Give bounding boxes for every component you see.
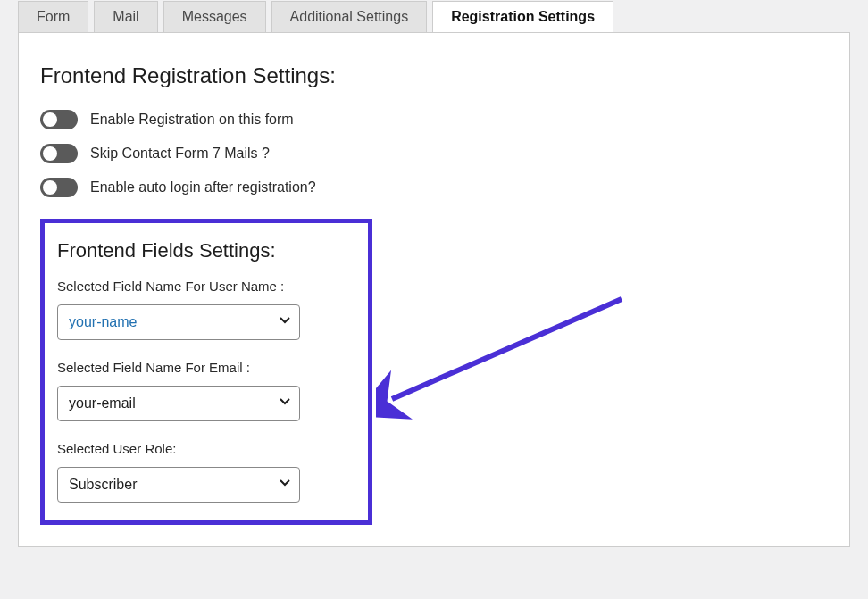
- email-select[interactable]: your-email: [57, 386, 300, 421]
- frontend-fields-title: Frontend Fields Settings:: [57, 239, 355, 262]
- tab-form[interactable]: Form: [18, 1, 88, 33]
- frontend-registration-title: Frontend Registration Settings:: [40, 63, 828, 88]
- frontend-fields-box: Frontend Fields Settings: Selected Field…: [40, 219, 372, 525]
- toggle-row-enable-registration: Enable Registration on this form: [40, 110, 828, 129]
- toggle-label-auto-login: Enable auto login after registration?: [90, 179, 316, 196]
- tab-messages[interactable]: Messages: [163, 1, 266, 33]
- tabs-bar: Form Mail Messages Additional Settings R…: [18, 0, 850, 32]
- tab-mail[interactable]: Mail: [94, 1, 157, 33]
- toggle-enable-registration[interactable]: [40, 110, 78, 129]
- toggle-row-skip-mails: Skip Contact Form 7 Mails ?: [40, 144, 828, 163]
- email-field-label: Selected Field Name For Email :: [57, 360, 355, 375]
- toggle-row-auto-login: Enable auto login after registration?: [40, 178, 828, 197]
- svg-line-1: [392, 299, 622, 399]
- tab-registration-settings[interactable]: Registration Settings: [432, 1, 613, 33]
- tab-additional-settings[interactable]: Additional Settings: [271, 1, 428, 33]
- username-select[interactable]: your-name: [57, 304, 300, 340]
- annotation-arrow-icon: [376, 292, 635, 444]
- settings-panel: Frontend Registration Settings: Enable R…: [18, 32, 850, 547]
- toggle-skip-mails[interactable]: [40, 144, 78, 163]
- email-select-wrap: your-email: [57, 386, 300, 421]
- toggle-label-enable-registration: Enable Registration on this form: [90, 112, 294, 128]
- role-select[interactable]: Subscriber: [57, 467, 300, 503]
- username-field-label: Selected Field Name For User Name :: [57, 279, 355, 294]
- role-select-wrap: Subscriber: [57, 467, 300, 503]
- toggle-auto-login[interactable]: [40, 178, 78, 197]
- role-field-label: Selected User Role:: [57, 441, 355, 456]
- username-select-wrap: your-name: [57, 304, 300, 340]
- toggle-label-skip-mails: Skip Contact Form 7 Mails ?: [90, 146, 270, 162]
